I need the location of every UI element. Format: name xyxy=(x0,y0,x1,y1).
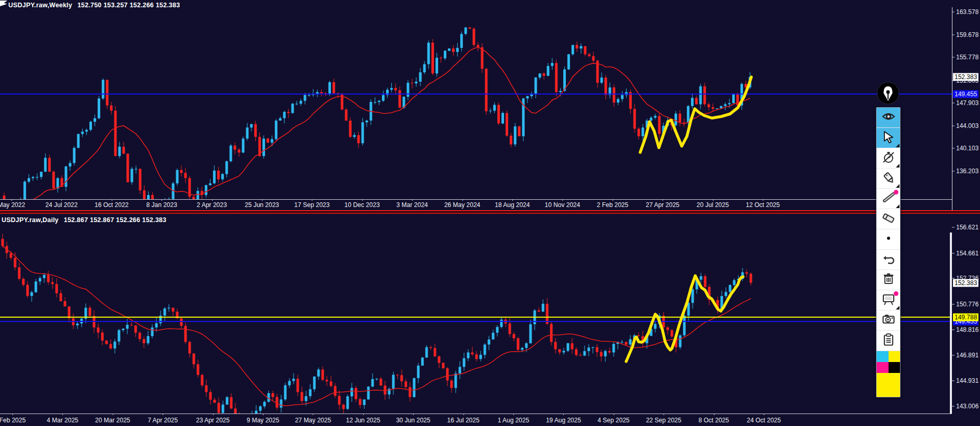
mt5-window: USDJPY.raw,Weekly152.750 153.257 152.266… xyxy=(0,0,980,426)
camera-icon xyxy=(882,313,895,328)
weekly-plot[interactable] xyxy=(0,27,952,227)
undo-icon xyxy=(882,252,895,267)
weekly-axis-baseline xyxy=(0,199,952,200)
weekly-ohlc-values: 152.750 153.257 152.266 152.383 xyxy=(77,2,180,9)
trendline-icon xyxy=(882,191,895,206)
eye-icon xyxy=(882,110,895,125)
toolbar-trash-button[interactable] xyxy=(877,270,900,290)
color-swatch[interactable] xyxy=(877,351,889,362)
daily-axis-frame xyxy=(950,233,952,414)
weekly-freehand-drawing[interactable] xyxy=(640,77,751,152)
corner-expand-icon xyxy=(896,184,899,188)
pen-tool-marker[interactable] xyxy=(877,82,899,105)
pink-badge-icon xyxy=(894,190,898,195)
weekly-chart-title: USDJPY.raw,Weekly152.750 153.257 152.266… xyxy=(8,2,180,9)
corner-expand-icon xyxy=(896,306,899,309)
toolbar-eye-button[interactable] xyxy=(877,108,900,128)
toolbar-board-button[interactable] xyxy=(877,290,900,311)
daily-symbol-label: USDJPY.raw,Daily xyxy=(2,216,59,224)
drawing-toolbar xyxy=(876,107,900,397)
toolbar-camera-button[interactable] xyxy=(877,311,900,331)
weekly-symbol-label: USDJPY.raw,Weekly xyxy=(8,2,72,9)
pencil-icon xyxy=(882,171,895,186)
daily-chart-title: USDJPY.raw,Daily152.867 152.867 152.266 … xyxy=(2,216,166,224)
daily-ma-line xyxy=(3,246,751,406)
timer-off-icon xyxy=(882,150,895,166)
toolbar-clipboard-button[interactable] xyxy=(877,331,900,351)
clipboard-icon xyxy=(882,333,895,348)
toolbar-active-color-swatch[interactable] xyxy=(877,373,900,397)
weekly-axis-frame xyxy=(952,7,952,210)
toolbar-pencil-button[interactable] xyxy=(877,169,900,189)
toolbar-eraser-button[interactable] xyxy=(877,209,900,229)
daily-ohlc-values: 152.867 152.867 152.266 152.383 xyxy=(64,216,166,224)
color-swatch[interactable] xyxy=(889,362,900,373)
toolbar-dot-button[interactable] xyxy=(877,229,900,250)
toolbar-timer-off-button[interactable] xyxy=(877,148,900,169)
toolbar-trendline-button[interactable] xyxy=(877,189,900,209)
cursor-icon xyxy=(882,130,895,146)
board-icon xyxy=(882,292,895,308)
daily-plot[interactable] xyxy=(0,234,952,426)
daily-axis-baseline xyxy=(0,414,952,414)
corner-expand-icon xyxy=(896,164,899,167)
pink-badge-icon xyxy=(894,291,898,296)
eraser-icon xyxy=(882,211,895,227)
color-swatch[interactable] xyxy=(877,362,889,373)
trash-icon xyxy=(882,272,895,288)
toolbar-cursor-button[interactable] xyxy=(877,128,900,148)
corner-expand-icon xyxy=(896,204,899,208)
color-swatch[interactable] xyxy=(889,351,900,362)
toolbar-color-palette-button[interactable] xyxy=(877,351,900,373)
corner-expand-icon xyxy=(896,144,899,147)
chart-window-separator[interactable] xyxy=(0,210,980,214)
toolbar-undo-button[interactable] xyxy=(877,250,900,270)
dot-icon xyxy=(882,231,895,247)
